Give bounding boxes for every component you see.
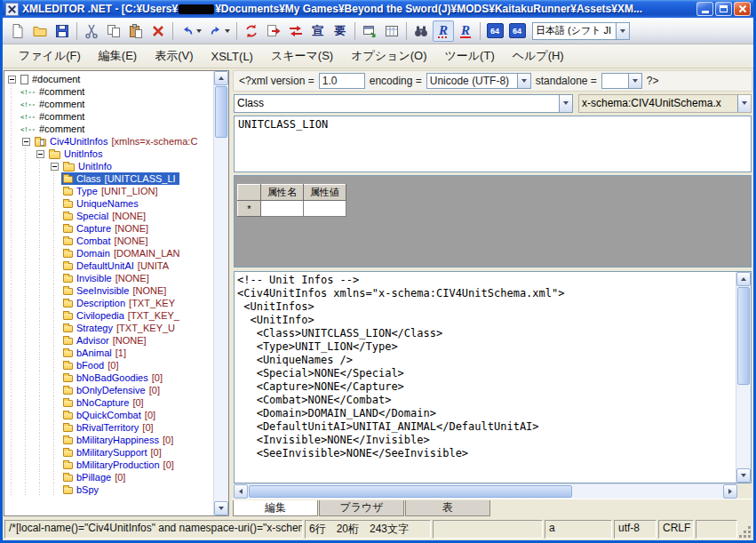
split-window-button[interactable] <box>359 20 380 42</box>
tab-edit[interactable]: 編集 <box>233 500 318 516</box>
tree-item-UnitInfo[interactable]: UnitInfo <box>4 160 213 172</box>
tree-item-Strategy[interactable]: Strategy [TXT_KEY_U <box>4 322 213 334</box>
tree-item-Description[interactable]: Description [TXT_KEY <box>4 297 213 309</box>
tree-item-Class[interactable]: Class [UNITCLASS_LI <box>4 172 213 185</box>
encoding-combo[interactable]: Unicode (UTF-8) <box>426 73 531 89</box>
version-input[interactable]: 1.0 <box>319 73 365 89</box>
tree-item-bFood[interactable]: bFood [0] <box>4 359 213 371</box>
new-document-button[interactable] <box>7 20 28 42</box>
reparse-button[interactable] <box>241 20 262 42</box>
tree-item-bPillage[interactable]: bPillage [0] <box>4 471 213 483</box>
tree-item-Capture[interactable]: Capture [NONE] <box>4 222 213 235</box>
redo-dropdown-arrow[interactable] <box>225 29 230 33</box>
tree-item-bMilitarySupport[interactable]: bMilitarySupport [0] <box>4 446 213 459</box>
menu-schema[interactable]: スキーマ(S) <box>262 44 342 68</box>
scroll-down-button[interactable] <box>736 468 751 483</box>
tree-item-Advisor[interactable]: Advisor [NONE] <box>4 334 213 347</box>
minimize-button[interactable] <box>696 2 713 16</box>
source-vertical-scrollbar[interactable] <box>736 272 751 483</box>
combo-dropdown-button[interactable] <box>628 74 641 88</box>
scroll-down-button[interactable] <box>214 501 228 515</box>
find-button[interactable] <box>410 20 432 42</box>
tree-item-Combat[interactable]: Combat [NONE] <box>4 235 213 247</box>
tree-item-Special[interactable]: Special [NONE] <box>4 210 213 222</box>
combo-dropdown-button[interactable] <box>737 95 751 112</box>
menu-tools[interactable]: ツール(T) <box>436 44 504 68</box>
tree-item-bNoCapture[interactable]: bNoCapture [0] <box>4 396 213 409</box>
element-value-editor[interactable]: UNITCLASS_LION <box>234 116 752 172</box>
tree-item-bMilitaryProduction[interactable]: bMilitaryProduction [0] <box>4 459 213 471</box>
scroll-up-button[interactable] <box>736 272 751 286</box>
element-name-combo[interactable]: Class <box>234 94 573 113</box>
tree-item-bNoBadGoodies[interactable]: bNoBadGoodies [0] <box>4 371 213 384</box>
grammar-check-button[interactable]: R <box>455 20 476 42</box>
tree-item-bMilitaryHappiness[interactable]: bMilitaryHappiness [0] <box>4 434 213 446</box>
menu-options[interactable]: オプション(O) <box>342 44 435 68</box>
tree-item-bSpy[interactable]: bSpy <box>4 483 213 496</box>
combo-dropdown-button[interactable] <box>616 23 629 39</box>
menu-file[interactable]: ファイル(F) <box>10 44 90 68</box>
scroll-track[interactable] <box>214 85 228 501</box>
save-button[interactable] <box>52 20 73 42</box>
open-file-button[interactable] <box>29 20 51 42</box>
tree-item-DefaultUnitAI[interactable]: DefaultUnitAI [UNITA <box>4 260 213 272</box>
table-view-button[interactable] <box>381 20 402 42</box>
copy-button[interactable] <box>103 20 124 42</box>
tree-item-bAnimal[interactable]: bAnimal [1] <box>4 347 213 359</box>
scroll-thumb[interactable] <box>249 485 572 498</box>
expand-collapse-toggle[interactable] <box>47 163 61 171</box>
tree-item-Invisible[interactable]: Invisible [NONE] <box>4 272 213 284</box>
tree-item-Domain[interactable]: Domain [DOMAIN_LAN <box>4 247 213 260</box>
paste-button[interactable] <box>125 20 147 42</box>
scroll-track[interactable] <box>248 484 723 499</box>
cut-button[interactable] <box>81 20 102 42</box>
expand-collapse-toggle[interactable] <box>19 138 33 146</box>
tree-item-comment[interactable]: #comment <box>4 98 213 110</box>
menu-view[interactable]: 表示(V) <box>146 44 202 68</box>
tree-item-document[interactable]: #document <box>4 73 213 85</box>
tree-item-bRivalTerritory[interactable]: bRivalTerritory [0] <box>4 421 213 434</box>
delete-button[interactable] <box>147 20 169 42</box>
sync-button[interactable] <box>285 20 306 42</box>
tree-item-bOnlyDefensive[interactable]: bOnlyDefensive [0] <box>4 384 213 396</box>
input-language-combo[interactable]: 日本語 (シフト JI <box>532 22 630 40</box>
required-kanji-button[interactable]: 要 <box>330 20 351 42</box>
tree-item-comment[interactable]: #comment <box>4 123 213 135</box>
close-button[interactable] <box>734 2 751 16</box>
attr-value-cell[interactable] <box>304 201 346 217</box>
tree-item-comment[interactable]: #comment <box>4 85 213 98</box>
source-horizontal-scrollbar[interactable] <box>234 483 737 499</box>
scroll-up-button[interactable] <box>214 71 228 85</box>
xml-source-view[interactable]: <!-- Unit Infos --><Civ4UnitInfos xmlns=… <box>235 272 736 483</box>
schema-combo[interactable]: x-schema:CIV4UnitSchema.x <box>578 94 752 113</box>
attr-name-cell[interactable] <box>261 201 304 217</box>
scroll-left-button[interactable] <box>234 484 248 499</box>
tree-item-Type[interactable]: Type [UNIT_LION] <box>4 185 213 197</box>
tree-item-UnitInfos[interactable]: UnitInfos <box>4 148 213 160</box>
scroll-thumb[interactable] <box>215 86 227 138</box>
tab-browser[interactable]: ブラウザ <box>319 500 404 516</box>
encode-base64-button-a[interactable]: 64 <box>484 20 505 42</box>
standalone-combo[interactable] <box>601 73 642 89</box>
tree-item-Civ4UnitInfos[interactable]: Civ4UnitInfos [xmlns=x-schema:C <box>4 135 213 148</box>
expand-collapse-toggle[interactable] <box>4 76 19 84</box>
titlebar[interactable]: XMLEDITOR .NET - [C:¥Users¥¥Documents¥My… <box>3 0 753 18</box>
menu-edit[interactable]: 編集(E) <box>90 44 146 68</box>
validate-button[interactable] <box>263 20 284 42</box>
tree-item-comment[interactable]: #comment <box>4 110 213 123</box>
encode-base64-button-b[interactable]: 64 <box>506 20 528 42</box>
redo-button[interactable] <box>205 20 233 42</box>
tree-item-UniqueNames[interactable]: UniqueNames <box>4 197 213 210</box>
undo-button[interactable] <box>177 20 204 42</box>
declaration-kanji-button[interactable]: 宣 <box>307 20 329 42</box>
attr-new-row-marker[interactable]: * <box>238 201 261 217</box>
scroll-track[interactable] <box>736 286 751 468</box>
tree-item-Civilopedia[interactable]: Civilopedia [TXT_KEY_ <box>4 309 213 322</box>
undo-dropdown-arrow[interactable] <box>196 29 202 33</box>
combo-dropdown-button[interactable] <box>517 74 530 88</box>
tree-item-SeeInvisible[interactable]: SeeInvisible [NONE] <box>4 284 213 297</box>
tab-table[interactable]: 表 <box>405 500 490 516</box>
menu-xslt[interactable]: XSLT(L) <box>203 46 262 67</box>
maximize-button[interactable] <box>715 2 732 16</box>
tree-item-bQuickCombat[interactable]: bQuickCombat [0] <box>4 409 213 421</box>
